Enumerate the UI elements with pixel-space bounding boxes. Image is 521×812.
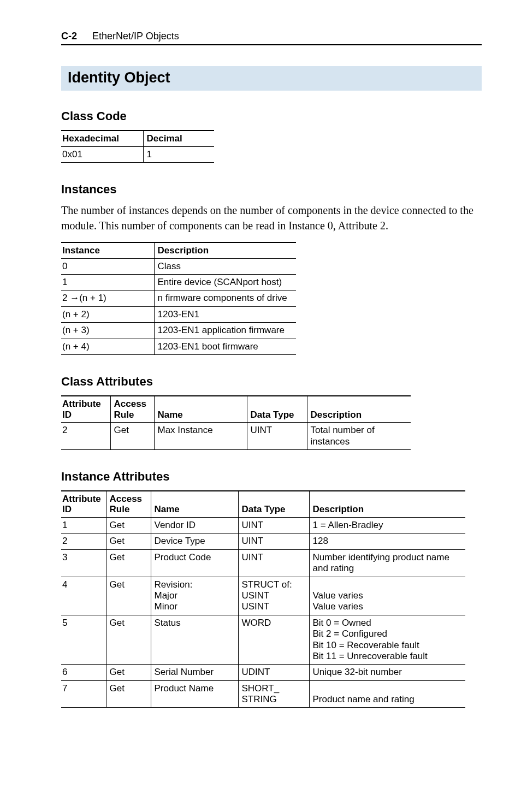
table-cell: (n + 2) <box>61 306 154 322</box>
table-cell: Unique 32-bit number <box>309 665 465 680</box>
th-description: Description <box>154 242 296 258</box>
th-name: Name <box>154 396 247 423</box>
table-cell: Get <box>106 517 151 533</box>
table-cell: 5 <box>61 615 106 665</box>
table-cell: Product Code <box>151 549 238 577</box>
table-cell: Get <box>106 577 151 615</box>
heading-instances: Instances <box>61 182 482 197</box>
table-cell: Device Type <box>151 534 238 549</box>
table-cell: 3 <box>61 549 106 577</box>
table-cell: 0 <box>61 258 154 274</box>
page-number: C-2 <box>61 31 77 42</box>
th-data-type: Data Type <box>247 396 307 423</box>
table-cell: Product name and rating <box>309 680 465 708</box>
table-cell: (n + 3) <box>61 323 154 339</box>
table-cell: 1 <box>61 517 106 533</box>
table-cell: Get <box>106 680 151 708</box>
table-cell: 7 <box>61 680 106 708</box>
table-cell: Get <box>106 615 151 665</box>
paragraph-instances: The number of instances depends on the n… <box>61 203 482 233</box>
table-cell: Class <box>154 258 296 274</box>
table-cell: Entire device (SCANport host) <box>154 275 296 291</box>
th-line1: Attribute <box>62 399 101 409</box>
th-attribute-id: Attribute ID <box>61 396 110 423</box>
th-instance: Instance <box>61 242 154 258</box>
table-cell: Max Instance <box>154 423 247 450</box>
table-cell: Total number of instances <box>307 423 411 450</box>
table-cell: WORD <box>238 615 309 665</box>
th-line2: Rule <box>110 504 130 514</box>
th-hexadecimal: Hexadecimal <box>61 131 143 146</box>
table-cell: 6 <box>61 665 106 680</box>
table-cell: Value variesValue varies <box>309 577 465 615</box>
td-hex: 0x01 <box>61 146 143 162</box>
th-line2: ID <box>62 410 72 420</box>
table-cell: Get <box>106 534 151 549</box>
table-class-attributes: Attribute ID Access Rule Name Data Type … <box>61 395 411 450</box>
table-cell: UDINT <box>238 665 309 680</box>
table-cell: 1203-EN1 <box>154 306 296 322</box>
table-cell: Get <box>106 549 151 577</box>
table-cell: (n + 4) <box>61 339 154 354</box>
heading-instance-attributes: Instance Attributes <box>61 470 482 484</box>
table-cell: 1203-EN1 application firmware <box>154 323 296 339</box>
table-cell: Revision:MajorMinor <box>151 577 238 615</box>
section-class-attributes: Class Attributes Attribute ID Access Rul… <box>61 375 482 450</box>
th-name: Name <box>151 491 238 518</box>
chapter-title: EtherNet/IP Objects <box>92 31 179 42</box>
table-instances: Instance Description 0 Class 1 Entire de… <box>61 242 296 355</box>
table-cell: Serial Number <box>151 665 238 680</box>
table-cell: 4 <box>61 577 106 615</box>
page-title-band: Identity Object <box>61 66 482 91</box>
table-cell: UINT <box>238 549 309 577</box>
table-cell: 1203-EN1 boot firmware <box>154 339 296 354</box>
table-cell: 2 <box>61 534 106 549</box>
heading-class-code: Class Code <box>61 109 482 123</box>
section-instances: Instances The number of instances depend… <box>61 182 482 355</box>
table-cell: Get <box>106 665 151 680</box>
table-cell: STRUCT of:USINTUSINT <box>238 577 309 615</box>
page-title: Identity Object <box>68 69 475 86</box>
table-cell: Product Name <box>151 680 238 708</box>
th-attribute-id: Attribute ID <box>61 491 106 518</box>
table-cell: 1 <box>61 275 154 291</box>
table-cell: n firmware components of drive <box>154 291 296 306</box>
th-description: Description <box>307 396 411 423</box>
th-access-rule: Access Rule <box>106 491 151 518</box>
table-cell: SHORT_STRING <box>238 680 309 708</box>
table-instance-attributes: Attribute ID Access Rule Name Data Type … <box>61 490 465 708</box>
table-cell: 2 →(n + 1) <box>61 291 154 306</box>
th-data-type: Data Type <box>238 491 309 518</box>
th-line1: Attribute <box>62 494 101 504</box>
th-decimal: Decimal <box>143 131 214 146</box>
th-line1: Access <box>114 399 147 409</box>
table-cell: UINT <box>238 517 309 533</box>
th-access-rule: Access Rule <box>110 396 154 423</box>
table-cell: Status <box>151 615 238 665</box>
table-cell: Number identifying product name and rati… <box>309 549 465 577</box>
table-cell: 1 = Allen-Bradley <box>309 517 465 533</box>
section-instance-attributes: Instance Attributes Attribute ID Access … <box>61 470 482 708</box>
table-cell: Bit 0 = OwnedBit 2 = ConfiguredBit 10 = … <box>309 615 465 665</box>
table-cell: UINT <box>247 423 307 450</box>
running-header: C-2 EtherNet/IP Objects <box>61 31 482 42</box>
th-line1: Access <box>110 494 143 504</box>
th-line2: Rule <box>114 410 134 420</box>
table-cell: Get <box>110 423 154 450</box>
section-class-code: Class Code Hexadecimal Decimal 0x01 1 <box>61 109 482 163</box>
table-cell: UINT <box>238 534 309 549</box>
table-cell: 2 <box>61 423 110 450</box>
th-line2: ID <box>62 504 72 514</box>
th-description: Description <box>309 491 465 518</box>
table-cell: Vendor ID <box>151 517 238 533</box>
td-dec: 1 <box>143 146 214 162</box>
heading-class-attributes: Class Attributes <box>61 375 482 389</box>
header-rule <box>61 44 482 45</box>
table-class-code: Hexadecimal Decimal 0x01 1 <box>61 130 214 163</box>
table-cell: 128 <box>309 534 465 549</box>
